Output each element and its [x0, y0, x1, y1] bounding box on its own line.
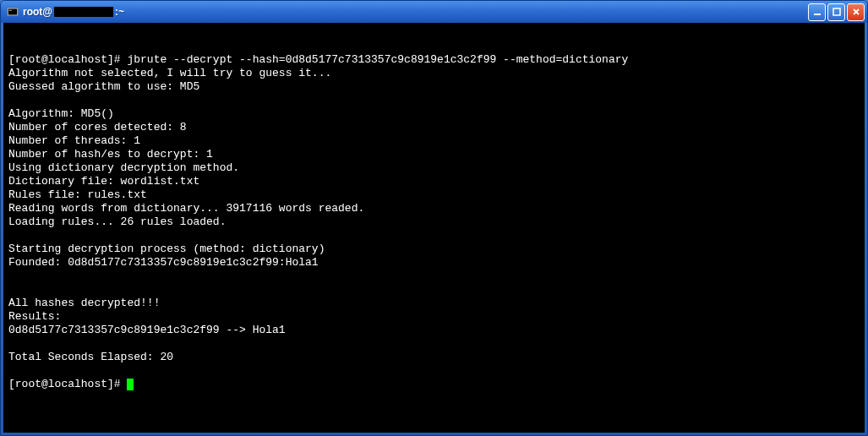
terminal-line: Starting decryption process (method: dic… [8, 243, 860, 256]
terminal-line [8, 94, 860, 107]
terminal-cursor [127, 379, 134, 390]
terminal-line: [root@localhost]# jbrute --decrypt --has… [8, 53, 860, 67]
window-title: root@ :~ [23, 6, 808, 18]
terminal-line [8, 364, 860, 378]
terminal-line: Founded: 0d8d5177c7313357c9c8919e1c3c2f9… [8, 256, 860, 270]
svg-rect-1 [8, 9, 18, 15]
terminal-line [8, 229, 860, 243]
terminal-line: Results: [8, 310, 860, 324]
terminal-output: [root@localhost]# jbrute --decrypt --has… [8, 53, 860, 391]
terminal-line: Number of cores detected: 8 [8, 121, 860, 134]
terminal-line: Guessed algorithm to use: MD5 [8, 80, 860, 94]
terminal-line: Rules file: rules.txt [8, 188, 860, 202]
maximize-button[interactable] [827, 3, 845, 21]
terminal-line [8, 270, 860, 283]
svg-rect-4 [833, 8, 840, 15]
terminal-line: Loading rules... 26 rules loaded. [8, 215, 860, 229]
title-suffix: :~ [115, 6, 124, 18]
terminal-body[interactable]: [root@localhost]# jbrute --decrypt --has… [3, 23, 865, 433]
terminal-window: root@ :~ [root@localhost]# jbrute --decr… [0, 0, 868, 436]
terminal-line: [root@localhost]# [8, 378, 860, 391]
terminal-line: Number of threads: 1 [8, 134, 860, 148]
terminal-line: Dictionary file: wordlist.txt [8, 175, 860, 188]
terminal-line [8, 283, 860, 297]
terminal-line: Number of hash/es to decrypt: 1 [8, 148, 860, 161]
terminal-line [8, 337, 860, 351]
title-prefix: root@ [23, 6, 52, 18]
titlebar[interactable]: root@ :~ [1, 1, 867, 23]
svg-rect-3 [814, 14, 821, 15]
terminal-line: 0d8d5177c7313357c9c8919e1c3c2f99 --> Hol… [8, 324, 860, 337]
terminal-line: Algorithm: MD5() [8, 107, 860, 121]
terminal-line: All hashes decrypted!!! [8, 297, 860, 310]
title-redacted [54, 7, 113, 17]
minimize-button[interactable] [808, 3, 826, 21]
app-icon [6, 5, 19, 19]
close-button[interactable] [847, 3, 865, 21]
terminal-line: Using dictionary decryption method. [8, 161, 860, 175]
terminal-line: Reading words from dictionary... 3917116… [8, 202, 860, 215]
terminal-line: Total Seconds Elapsed: 20 [8, 351, 860, 364]
window-controls [808, 3, 865, 21]
terminal-line: Algorithm not selected, I will try to gu… [8, 67, 860, 80]
